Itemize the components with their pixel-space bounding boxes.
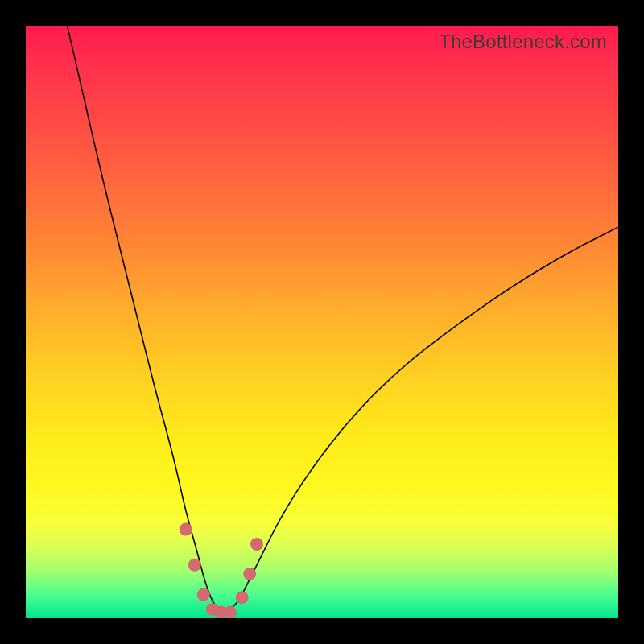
- trough-marker: [236, 591, 249, 604]
- trough-markers: [180, 523, 263, 618]
- chart-frame: TheBottleneck.com: [0, 0, 644, 644]
- trough-marker: [188, 559, 201, 572]
- trough-marker: [250, 538, 263, 551]
- trough-marker: [224, 606, 237, 618]
- bottleneck-curve: [68, 26, 619, 613]
- trough-marker: [180, 523, 192, 536]
- chart-svg: [26, 26, 618, 618]
- trough-marker: [243, 568, 256, 580]
- trough-marker: [197, 588, 210, 601]
- plot-area: TheBottleneck.com: [26, 26, 618, 618]
